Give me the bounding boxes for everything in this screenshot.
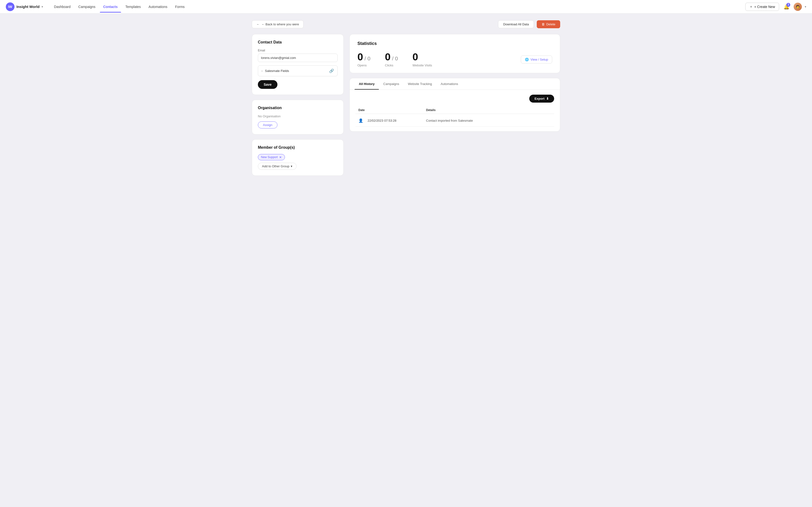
nav-link-dashboard[interactable]: Dashboard — [51, 1, 74, 12]
salesmate-fields-label: Salesmate Fields — [265, 69, 289, 73]
assign-button[interactable]: Assign — [258, 121, 277, 128]
stat-clicks-slash: / 0 — [392, 56, 398, 62]
tab-automations[interactable]: Automations — [436, 78, 462, 90]
tab-all-history[interactable]: All History — [355, 78, 379, 90]
left-column: Contact Data Email › Salesmate Fields 🔗 … — [252, 34, 344, 176]
user-menu-chevron-icon[interactable]: ▾ — [805, 5, 806, 8]
nav-link-contacts[interactable]: Contacts — [100, 1, 121, 12]
content-grid: Contact Data Email › Salesmate Fields 🔗 … — [252, 34, 560, 176]
person-import-icon: 👤 — [358, 118, 363, 123]
group-tag-new-support: New Support ✕ — [258, 154, 285, 160]
history-content: Export ⬇ Date Details 👤 22/02/2023 07:53… — [350, 90, 560, 131]
tabs-bar: All History Campaigns Website Tracking A… — [350, 78, 560, 90]
stat-clicks-label: Clicks — [385, 63, 398, 67]
user-avatar[interactable]: 🧑 — [794, 3, 802, 11]
stat-clicks: 0 / 0 Clicks — [385, 52, 398, 67]
member-groups-card: Member of Group(s) New Support ✕ Add to … — [252, 139, 344, 176]
add-group-chevron-icon: ▾ — [291, 164, 292, 168]
plus-icon: ＋ — [749, 5, 753, 9]
table-header: Date Details — [355, 107, 554, 114]
add-group-label: Add to Other Group — [262, 164, 289, 168]
arrow-left-icon: ← — [256, 22, 260, 26]
group-tag-label: New Support — [261, 156, 278, 159]
column-date: Date — [358, 108, 426, 112]
column-details: Details — [426, 108, 551, 112]
no-organisation-label: No Organisation — [258, 114, 338, 118]
stats-grid: 0 / 0 Opens 0 / 0 Clicks — [357, 52, 552, 67]
contact-data-card: Contact Data Email › Salesmate Fields 🔗 … — [252, 34, 344, 95]
back-label: ← Back to where you were — [261, 22, 299, 26]
detail-value: Contact imported from Salesmate — [426, 119, 551, 122]
stat-opens-value: 0 — [357, 52, 363, 62]
back-button[interactable]: ← ← Back to where you were — [252, 20, 304, 28]
organisation-card: Organisation No Organisation Assign — [252, 100, 344, 134]
brand[interactable]: IW Insight World ▾ — [6, 2, 43, 11]
email-field[interactable] — [258, 54, 338, 62]
nav-link-templates[interactable]: Templates — [122, 1, 144, 12]
download-icon: ⬇ — [546, 97, 549, 101]
add-to-other-group-button[interactable]: Add to Other Group ▾ — [258, 163, 297, 170]
create-new-label: + Create New — [754, 5, 775, 9]
delete-button[interactable]: 🗑 Delete — [537, 20, 560, 28]
brand-avatar: IW — [6, 2, 14, 11]
group-tags: New Support ✕ — [258, 154, 338, 160]
view-setup-label: View / Setup — [530, 58, 548, 61]
trash-icon: 🗑 — [542, 22, 545, 26]
stat-opens-label: Opens — [357, 63, 370, 67]
salesmate-fields-left: › Salesmate Fields — [261, 69, 289, 73]
salesmate-fields-row[interactable]: › Salesmate Fields 🔗 — [258, 65, 338, 76]
stat-opens: 0 / 0 Opens — [357, 52, 370, 67]
statistics-card: Statistics 0 / 0 Opens 0 / 0 — [349, 34, 560, 73]
link-icon: 🔗 — [329, 68, 334, 73]
contact-data-title: Contact Data — [258, 40, 338, 44]
topbar-right: Download All Data 🗑 Delete — [498, 20, 560, 28]
save-button[interactable]: Save — [258, 80, 277, 89]
globe-icon: 🌐 — [525, 58, 529, 61]
tab-website-tracking[interactable]: Website Tracking — [404, 78, 436, 90]
navbar: IW Insight World ▾ Dashboard Campaigns C… — [0, 0, 812, 13]
user-avatar-icon: 🧑 — [796, 5, 800, 8]
stat-website-visits-row: 0 — [412, 52, 432, 62]
date-cell: 👤 22/02/2023 07:53:28 — [358, 118, 426, 123]
stat-opens-row: 0 / 0 — [357, 52, 370, 62]
right-column: Statistics 0 / 0 Opens 0 / 0 — [349, 34, 560, 131]
notification-count: 3 — [786, 3, 790, 7]
nav-right: ＋ + Create New 🔔 3 🧑 ▾ — [745, 2, 806, 11]
expand-icon: › — [261, 69, 262, 73]
view-setup-button[interactable]: 🌐 View / Setup — [521, 56, 552, 63]
nav-link-campaigns[interactable]: Campaigns — [75, 1, 99, 12]
export-row: Export ⬇ — [355, 95, 554, 103]
tab-campaigns[interactable]: Campaigns — [379, 78, 404, 90]
export-button[interactable]: Export ⬇ — [529, 95, 554, 103]
nav-link-forms[interactable]: Forms — [171, 1, 188, 12]
email-label: Email — [258, 49, 338, 52]
stat-website-visits-value: 0 — [412, 52, 418, 62]
brand-chevron-icon: ▾ — [42, 5, 43, 8]
create-new-button[interactable]: ＋ + Create New — [745, 3, 779, 11]
date-value: 22/02/2023 07:53:28 — [367, 119, 396, 122]
nav-links: Dashboard Campaigns Contacts Templates A… — [51, 1, 745, 12]
group-tag-remove-icon[interactable]: ✕ — [279, 156, 282, 159]
notifications-button[interactable]: 🔔 3 — [782, 2, 791, 11]
page: ← ← Back to where you were Download All … — [244, 13, 568, 182]
organisation-title: Organisation — [258, 106, 338, 110]
page-topbar: ← ← Back to where you were Download All … — [252, 20, 560, 28]
stat-clicks-value: 0 — [385, 52, 391, 62]
table-row: 👤 22/02/2023 07:53:28 Contact imported f… — [355, 115, 554, 126]
stat-clicks-row: 0 / 0 — [385, 52, 398, 62]
export-label: Export — [535, 97, 545, 101]
history-card: All History Campaigns Website Tracking A… — [349, 78, 560, 131]
stat-website-visits-label: Website Visits — [412, 63, 432, 67]
stat-website-visits: 0 Website Visits — [412, 52, 432, 67]
statistics-title: Statistics — [357, 41, 552, 46]
download-button[interactable]: Download All Data — [498, 20, 534, 28]
stat-opens-slash: / 0 — [364, 56, 370, 62]
nav-link-automations[interactable]: Automations — [145, 1, 171, 12]
delete-label: Delete — [546, 22, 555, 26]
brand-name: Insight World — [16, 5, 40, 9]
member-groups-title: Member of Group(s) — [258, 145, 338, 150]
